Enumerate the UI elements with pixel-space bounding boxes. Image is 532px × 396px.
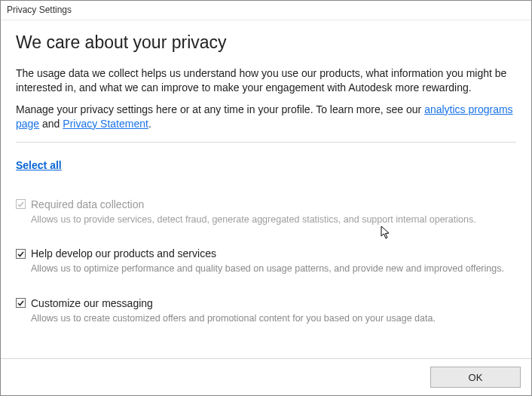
develop-label: Help develop our products and services <box>31 247 216 259</box>
messaging-label: Customize our messaging <box>31 297 153 309</box>
option-required-head: Required data collection <box>16 198 516 210</box>
option-develop: Help develop our products and services A… <box>16 247 516 276</box>
required-label: Required data collection <box>31 198 144 210</box>
divider <box>16 142 516 143</box>
required-desc: Allows us to provide services, detect fr… <box>31 213 516 227</box>
dialog-content: We care about your privacy The usage dat… <box>1 20 531 358</box>
privacy-statement-link[interactable]: Privacy Statement <box>63 118 148 130</box>
check-icon <box>17 200 25 208</box>
option-messaging-head: Customize our messaging <box>16 297 516 309</box>
intro-text-1: The usage data we collect helps us under… <box>16 66 516 95</box>
select-all-link[interactable]: Select all <box>16 159 516 171</box>
develop-desc: Allows us to optimize performance and qu… <box>31 262 516 276</box>
check-icon <box>17 250 25 258</box>
messaging-checkbox[interactable] <box>16 298 26 308</box>
intro2-suffix: . <box>148 118 151 130</box>
page-heading: We care about your privacy <box>16 32 516 53</box>
window-title: Privacy Settings <box>7 5 72 15</box>
intro2-prefix: Manage your privacy settings here or at … <box>16 103 424 115</box>
titlebar: Privacy Settings <box>1 1 531 20</box>
ok-button[interactable]: OK <box>430 367 521 388</box>
option-required: Required data collection Allows us to pr… <box>16 198 516 227</box>
messaging-desc: Allows us to create customized offers an… <box>31 312 516 326</box>
option-messaging: Customize our messaging Allows us to cre… <box>16 297 516 326</box>
option-develop-head: Help develop our products and services <box>16 247 516 259</box>
intro-text-2: Manage your privacy settings here or at … <box>16 103 516 131</box>
check-icon <box>17 299 25 307</box>
dialog-footer: OK <box>1 358 531 395</box>
required-checkbox <box>16 199 26 209</box>
privacy-settings-dialog: Privacy Settings We care about your priv… <box>0 0 532 396</box>
develop-checkbox[interactable] <box>16 249 26 259</box>
intro2-mid: and <box>39 118 63 130</box>
